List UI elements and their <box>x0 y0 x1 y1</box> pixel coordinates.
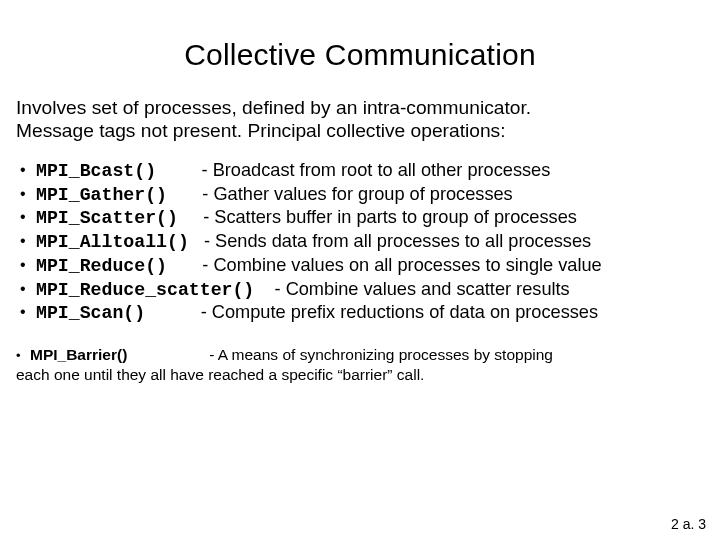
description: - Sends data from all processes to all p… <box>204 231 591 251</box>
list-item-text: MPI_Gather() - Gather values for group o… <box>36 183 513 207</box>
list-item-text: MPI_Alltoall() - Sends data from all pro… <box>36 230 591 254</box>
page-title: Collective Communication <box>16 38 704 72</box>
code-name: MPI_Scatter() <box>36 208 178 228</box>
bullet-icon: • <box>18 301 36 323</box>
code-name: MPI_Reduce() <box>36 256 167 276</box>
intro-text: Involves set of processes, defined by an… <box>16 96 704 143</box>
list-item: • MPI_Reduce() - Combine values on all p… <box>18 254 704 278</box>
gap <box>156 160 201 180</box>
description: - Combine values and scatter results <box>275 279 570 299</box>
description: - Compute prefix reductions of data on p… <box>201 302 598 322</box>
bullet-icon: • <box>18 254 36 276</box>
description-line-1: - A means of synchronizing processes by … <box>209 346 553 363</box>
intro-line-2: Message tags not present. Principal coll… <box>16 120 506 141</box>
list-item: • MPI_Reduce_scatter() - Combine values … <box>18 278 704 302</box>
code-name: MPI_Alltoall() <box>36 232 189 252</box>
gap <box>167 255 202 275</box>
intro-line-1: Involves set of processes, defined by an… <box>16 97 531 118</box>
description-line-2: each one until they all have reached a s… <box>16 366 424 383</box>
gap <box>254 279 274 299</box>
bullet-icon: • <box>18 183 36 205</box>
bullet-icon: • <box>18 278 36 300</box>
list-item-text: MPI_Reduce() - Combine values on all pro… <box>36 254 602 278</box>
description: - Broadcast from root to all other proce… <box>202 160 551 180</box>
bullet-icon: • <box>18 159 36 181</box>
description: - Scatters buffer in parts to group of p… <box>203 207 577 227</box>
gap <box>189 231 204 251</box>
list-item: • MPI_Scatter() - Scatters buffer in par… <box>18 206 704 230</box>
list-item-text: MPI_Reduce_scatter() - Combine values an… <box>36 278 570 302</box>
sub-note: •MPI_Barrier() - A means of synchronizin… <box>16 345 704 385</box>
gap <box>145 302 201 322</box>
bullet-icon: • <box>16 348 30 365</box>
page-number: 2 a. 3 <box>671 516 706 532</box>
gap <box>178 207 203 227</box>
code-name: MPI_Barrier() <box>30 346 127 363</box>
list-item: • MPI_Alltoall() - Sends data from all p… <box>18 230 704 254</box>
list-item: • MPI_Gather() - Gather values for group… <box>18 183 704 207</box>
description: - Gather values for group of processes <box>202 184 512 204</box>
bullet-icon: • <box>18 206 36 228</box>
code-name: MPI_Reduce_scatter() <box>36 280 254 300</box>
code-name: MPI_Scan() <box>36 303 145 323</box>
code-name: MPI_Bcast() <box>36 161 156 181</box>
description: - Combine values on all processes to sin… <box>202 255 601 275</box>
list-item: • MPI_Bcast() - Broadcast from root to a… <box>18 159 704 183</box>
bullet-icon: • <box>18 230 36 252</box>
list-item-text: MPI_Scan() - Compute prefix reductions o… <box>36 301 598 325</box>
slide: Collective Communication Involves set of… <box>0 0 720 540</box>
list-item-text: MPI_Bcast() - Broadcast from root to all… <box>36 159 550 183</box>
list-item: • MPI_Scan() - Compute prefix reductions… <box>18 301 704 325</box>
list-item-text: MPI_Scatter() - Scatters buffer in parts… <box>36 206 577 230</box>
code-name: MPI_Gather() <box>36 185 167 205</box>
operation-list: • MPI_Bcast() - Broadcast from root to a… <box>16 159 704 325</box>
gap <box>127 346 209 363</box>
gap <box>167 184 202 204</box>
